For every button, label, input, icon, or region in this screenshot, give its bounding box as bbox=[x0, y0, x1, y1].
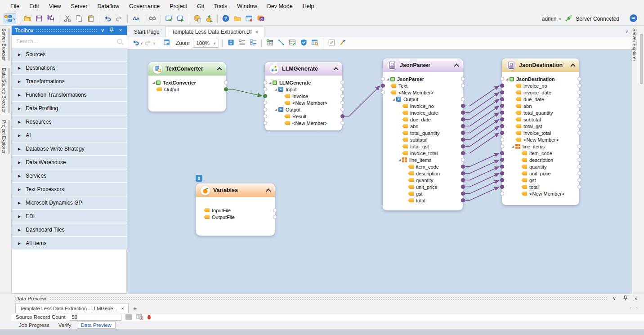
tree-row-gst[interactable]: gst bbox=[383, 190, 463, 197]
close-icon[interactable]: × bbox=[121, 306, 124, 311]
node-header[interactable]: Variables bbox=[196, 183, 275, 197]
tree-row-subtotal[interactable]: subtotal bbox=[383, 136, 463, 143]
port[interactable] bbox=[461, 185, 465, 189]
validate-dataflow-button[interactable] bbox=[164, 13, 174, 24]
panel-close-icon[interactable]: × bbox=[632, 296, 640, 301]
port[interactable] bbox=[461, 151, 465, 155]
close-icon[interactable]: × bbox=[255, 29, 258, 35]
port[interactable] bbox=[500, 178, 504, 182]
port[interactable] bbox=[263, 114, 267, 118]
port[interactable] bbox=[263, 94, 267, 98]
toolbox-category-resources[interactable]: ▶Resources bbox=[12, 116, 127, 128]
collapse-node-button[interactable] bbox=[570, 63, 575, 68]
port[interactable] bbox=[577, 178, 581, 182]
port[interactable] bbox=[340, 80, 344, 85]
menu-dataflow[interactable]: Dataflow bbox=[92, 1, 124, 12]
port[interactable] bbox=[461, 144, 465, 148]
node-textconverter[interactable]: TextConverter◢TextConverterOutput bbox=[148, 62, 226, 112]
port[interactable] bbox=[500, 192, 504, 196]
tab-overflow-icon[interactable]: ∨ bbox=[625, 29, 628, 34]
port[interactable] bbox=[461, 97, 465, 101]
font-style-button[interactable]: Aa bbox=[130, 13, 141, 24]
expander-icon[interactable]: ◢ bbox=[510, 145, 515, 148]
help-button[interactable]: ? bbox=[220, 13, 231, 24]
tree-row-due-date[interactable]: due_date bbox=[502, 96, 579, 103]
tree-row-gst[interactable]: gst bbox=[502, 177, 579, 183]
node-jsondestination[interactable]: {;}JSONJsonDestination◢JsonDestinationin… bbox=[502, 58, 579, 205]
tree-row-new-member[interactable]: <New Member> bbox=[265, 99, 342, 106]
tree-row-invoice-no[interactable]: invoice_no bbox=[383, 103, 463, 109]
tree-row-line-items[interactable]: ◢line_items bbox=[502, 143, 579, 150]
save-button[interactable] bbox=[34, 13, 45, 24]
tree-row-jsonparser[interactable]: ◢JsonParser bbox=[383, 76, 463, 82]
chat-assistant-icon[interactable] bbox=[629, 14, 638, 24]
toolbox-category-database-write-strategy[interactable]: ▶Database Write Strategy bbox=[12, 143, 127, 155]
layout-preview-button[interactable] bbox=[162, 38, 172, 48]
menu-governance[interactable]: Governance bbox=[124, 1, 165, 12]
toolbox-close-icon[interactable]: × bbox=[117, 28, 124, 33]
database-paste-button[interactable] bbox=[192, 13, 203, 24]
tree-row-quantity[interactable]: quantity bbox=[383, 177, 463, 183]
port[interactable] bbox=[500, 144, 504, 148]
port[interactable] bbox=[577, 151, 581, 155]
menu-edit[interactable]: Edit bbox=[24, 1, 44, 12]
collapse-node-button[interactable] bbox=[217, 67, 222, 72]
tree-row-total-quantity[interactable]: total_quantity bbox=[502, 109, 579, 116]
verify-shield-button[interactable] bbox=[299, 38, 309, 48]
port[interactable] bbox=[461, 192, 465, 196]
port[interactable] bbox=[461, 77, 465, 81]
node-header[interactable]: {;}JSONJsonDestination bbox=[502, 58, 579, 72]
port[interactable] bbox=[381, 84, 385, 88]
expander-icon[interactable]: ◢ bbox=[505, 77, 510, 80]
port[interactable] bbox=[461, 198, 465, 202]
tree-row-input[interactable]: ◢Input bbox=[265, 86, 342, 93]
tree-row-output[interactable]: Output bbox=[148, 86, 226, 93]
undo-button[interactable] bbox=[102, 13, 113, 24]
port[interactable] bbox=[273, 208, 277, 212]
undo-button[interactable]: ∨ bbox=[132, 38, 143, 48]
expand-nodes-button[interactable] bbox=[248, 38, 258, 48]
toolbox-category-all-items[interactable]: ▶All Items bbox=[12, 237, 127, 250]
port[interactable] bbox=[461, 84, 465, 88]
toolbox-category-dashboard-tiles[interactable]: ▶Dashboard Tiles bbox=[12, 223, 127, 236]
port[interactable] bbox=[500, 165, 504, 169]
data-format-button[interactable]: 010 0110 bbox=[287, 38, 297, 48]
tree-row-total-gst[interactable]: total_gst bbox=[502, 123, 579, 130]
toolbox-search-input[interactable] bbox=[16, 38, 117, 45]
tree-row-textconverter[interactable]: ◢TextConverter bbox=[148, 79, 226, 86]
port[interactable] bbox=[577, 131, 581, 135]
add-table-button[interactable] bbox=[265, 38, 275, 48]
menu-view[interactable]: View bbox=[44, 1, 66, 12]
tree-row-abn[interactable]: abn bbox=[383, 123, 463, 130]
tree-row-new-member[interactable]: <New Member> bbox=[383, 89, 463, 96]
run-dataflow-button[interactable] bbox=[175, 13, 186, 24]
tab-scroll-buttons[interactable]: ‹› bbox=[630, 305, 644, 311]
expander-icon[interactable]: ◢ bbox=[391, 98, 396, 101]
copy-button[interactable] bbox=[74, 13, 85, 24]
bottom-tab-data-preview[interactable]: Data Preview bbox=[77, 322, 116, 329]
collapse-node-button[interactable] bbox=[454, 63, 459, 68]
ai-assistant-button[interactable]: AI bbox=[255, 13, 266, 24]
tree-row-description[interactable]: description bbox=[383, 170, 463, 177]
tree-row-total-gst[interactable]: total_gst bbox=[383, 143, 463, 150]
port[interactable] bbox=[273, 215, 277, 219]
port[interactable] bbox=[461, 165, 465, 169]
port[interactable] bbox=[500, 77, 504, 81]
tree-row-output[interactable]: ◢Output bbox=[383, 96, 463, 103]
port[interactable] bbox=[381, 77, 385, 81]
tree-row-total-quantity[interactable]: total_quantity bbox=[383, 130, 463, 136]
toolbox-pin-icon[interactable] bbox=[108, 27, 115, 34]
port[interactable] bbox=[461, 158, 465, 162]
port[interactable] bbox=[340, 101, 344, 105]
toolbox-category-function-transformations[interactable]: ▶Function Transformations bbox=[12, 89, 127, 101]
fit-height-button[interactable] bbox=[226, 38, 236, 48]
preview-table-button[interactable] bbox=[310, 38, 320, 48]
tree-row-unit-price[interactable]: unit_price bbox=[502, 170, 579, 177]
expander-icon[interactable]: ◢ bbox=[273, 108, 278, 111]
port[interactable] bbox=[263, 80, 267, 85]
port[interactable] bbox=[577, 77, 581, 81]
tree-row-total[interactable]: total bbox=[502, 183, 579, 190]
menu-server[interactable]: Server bbox=[66, 1, 93, 12]
panel-pin-icon[interactable] bbox=[622, 295, 629, 302]
port[interactable] bbox=[500, 90, 504, 94]
